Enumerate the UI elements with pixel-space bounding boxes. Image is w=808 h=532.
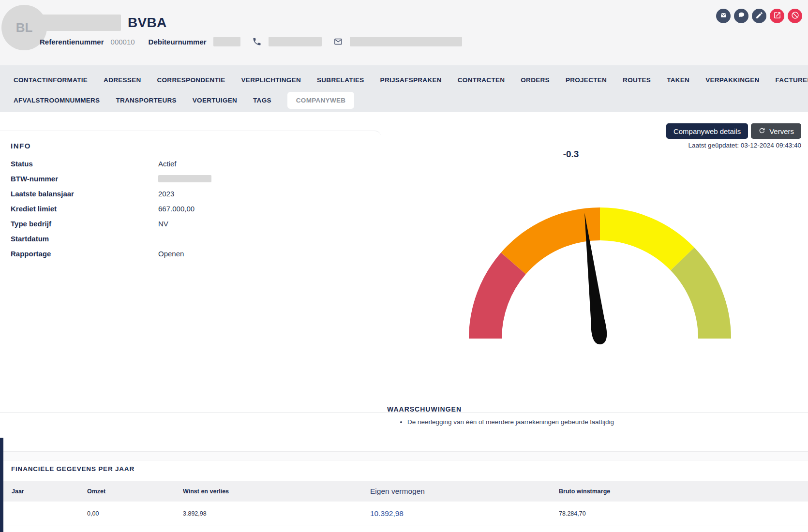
info-card: INFO Status Actief BTW-nummer Laatste ba…	[0, 131, 381, 401]
tab-correspondentie[interactable]: CORRESPONDENTIE	[157, 72, 225, 88]
info-row-balansjaar: Laatste balansjaar 2023	[0, 186, 381, 201]
column-header-winst-en-verlies: Winst en verlies	[171, 481, 359, 502]
last-updated-text: Laatst geüpdatet: 03-12-2024 09:43:40	[688, 142, 801, 149]
page-title: BVBA	[128, 15, 167, 30]
edit-action-button[interactable]	[752, 9, 766, 23]
open-external-action-button[interactable]	[770, 9, 784, 23]
column-header-bruto-winstmarge: Bruto winstmarge	[547, 481, 808, 502]
tab-contactinformatie[interactable]: CONTACTINFORMATIE	[14, 72, 88, 88]
cell-winst-en-verlies: 3.892,98	[171, 502, 359, 526]
status-label: Status	[11, 160, 33, 168]
btw-number-label: BTW-nummer	[11, 175, 58, 183]
financial-panel-edge	[0, 451, 808, 460]
tab-voertuigen[interactable]: VOERTUIGEN	[193, 92, 237, 108]
chat-action-button[interactable]	[734, 9, 748, 23]
debtor-number-redacted	[213, 37, 240, 46]
page-header: BL BVBA Referentienummer 000010 Debiteur…	[0, 0, 808, 65]
tab-routes[interactable]: ROUTES	[623, 72, 651, 88]
tab-bar: CONTACTINFORMATIE ADRESSEN CORRESPONDENT…	[0, 65, 808, 112]
companyweb-buttons: Companyweb details Ververs	[666, 123, 801, 139]
chat-icon	[737, 11, 746, 21]
column-header-eigen-vermogen: Eigen vermogen	[359, 481, 547, 502]
refresh-icon	[758, 127, 766, 136]
refresh-button-label: Ververs	[769, 127, 794, 135]
tab-row-1: CONTACTINFORMATIE ADRESSEN CORRESPONDENT…	[14, 72, 808, 88]
warning-item: De neerlegging van één of meerdere jaarr…	[407, 418, 614, 426]
tab-tags[interactable]: TAGS	[253, 92, 271, 108]
tab-companyweb[interactable]: COMPANYWEB	[287, 92, 355, 109]
debtor-number-label: Debiteurnummer	[149, 38, 207, 46]
warnings-list: De neerlegging van één of meerdere jaarr…	[407, 418, 614, 426]
balansjaar-label: Laatste balansjaar	[11, 190, 74, 198]
rapportage-label: Rapportage	[11, 250, 51, 258]
financial-table-header-row: Jaar Omzet Winst en verlies Eigen vermog…	[0, 481, 808, 502]
refresh-button[interactable]: Ververs	[751, 123, 801, 139]
column-header-jaar: Jaar	[0, 481, 75, 502]
financial-section-title: FINANCIËLE GEGEVENS PER JAAR	[11, 465, 135, 473]
avatar-initials: BL	[16, 20, 33, 35]
company-title-row: BVBA	[40, 15, 167, 31]
gauge-segment-yellow	[600, 207, 694, 270]
tab-projecten[interactable]: PROJECTEN	[566, 72, 607, 88]
phone-number-redacted	[269, 37, 322, 46]
header-action-buttons	[716, 9, 802, 23]
info-row-startdatum: Startdatum	[0, 231, 381, 246]
typebedrijf-label: Type bedrijf	[11, 220, 51, 228]
status-value: Actief	[158, 160, 177, 168]
tab-afvalstroomnummers[interactable]: AFVALSTROOMNUMMERS	[14, 92, 100, 108]
info-rows: Status Actief BTW-nummer Laatste balansj…	[0, 156, 381, 261]
email-icon	[333, 37, 343, 46]
info-row-status: Status Actief	[0, 156, 381, 171]
block-action-button[interactable]	[788, 9, 802, 23]
startdatum-label: Startdatum	[11, 235, 49, 243]
typebedrijf-value: NV	[158, 220, 168, 228]
tab-prijsafspraken[interactable]: PRIJSAFSPRAKEN	[380, 72, 442, 88]
tab-verplichtingen[interactable]: VERPLICHTINGEN	[241, 72, 301, 88]
companyweb-details-button[interactable]: Companyweb details	[666, 123, 748, 139]
email-action-button[interactable]	[716, 9, 731, 23]
reference-number-value: 000010	[111, 38, 135, 46]
reference-number-label: Referentienummer	[40, 38, 104, 46]
info-row-kredietlimiet: Krediet limiet 667.000,00	[0, 201, 381, 216]
block-icon	[791, 11, 799, 21]
table-row: 0,00 3.892,98 10.392,98 78.284,70	[0, 502, 808, 526]
financial-section-divider	[0, 412, 808, 413]
info-row-typebedrijf: Type bedrijf NV	[0, 216, 381, 231]
companyweb-page: BL BVBA Referentienummer 000010 Debiteur…	[0, 0, 808, 532]
score-gauge-chart	[464, 203, 735, 345]
left-edge-strip	[0, 438, 3, 532]
tab-subrelaties[interactable]: SUBRELATIES	[317, 72, 364, 88]
info-row-btw: BTW-nummer	[0, 171, 381, 186]
edit-icon	[755, 11, 763, 21]
btw-number-redacted	[158, 175, 211, 182]
warnings-divider	[381, 391, 808, 391]
cell-omzet: 0,00	[75, 502, 171, 526]
tab-taken[interactable]: TAKEN	[667, 72, 689, 88]
email-address-redacted	[350, 37, 462, 46]
financial-table: Jaar Omzet Winst en verlies Eigen vermog…	[0, 481, 808, 526]
info-row-rapportage: Rapportage Openen	[0, 246, 381, 261]
info-card-title: INFO	[11, 142, 31, 150]
rapportage-open-link[interactable]: Openen	[158, 250, 184, 258]
email-icon	[719, 11, 728, 21]
gauge-score-value: -0.3	[552, 149, 590, 160]
kredietlimiet-label: Krediet limiet	[11, 205, 57, 213]
cell-bruto-winstmarge: 78.284,70	[547, 502, 808, 526]
phone-icon	[252, 37, 262, 46]
tab-facturen[interactable]: FACTUREN	[776, 72, 808, 88]
balansjaar-value: 2023	[158, 190, 174, 198]
company-name-redacted	[40, 15, 121, 31]
open-external-icon	[773, 11, 781, 21]
tab-row-2: AFVALSTROOMNUMMERS TRANSPORTEURS VOERTUI…	[14, 92, 808, 109]
column-header-omzet: Omzet	[75, 481, 171, 502]
tab-contracten[interactable]: CONTRACTEN	[458, 72, 505, 88]
cell-eigen-vermogen-link[interactable]: 10.392,98	[359, 502, 547, 526]
tab-verpakkingen[interactable]: VERPAKKINGEN	[705, 72, 759, 88]
cell-jaar	[0, 502, 75, 526]
tab-transporteurs[interactable]: TRANSPORTEURS	[116, 92, 176, 108]
tab-orders[interactable]: ORDERS	[521, 72, 550, 88]
tab-adressen[interactable]: ADRESSEN	[104, 72, 141, 88]
kredietlimiet-value: 667.000,00	[158, 205, 195, 213]
company-meta-row: Referentienummer 000010 Debiteurnummer	[40, 37, 462, 46]
